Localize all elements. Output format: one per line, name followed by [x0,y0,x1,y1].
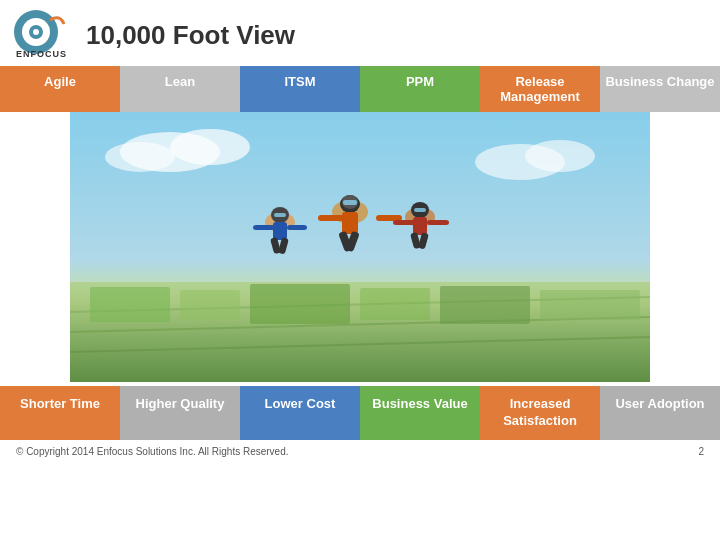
svg-rect-13 [250,284,350,324]
svg-rect-35 [253,225,275,230]
tab-business-change[interactable]: Business Change [600,66,720,112]
svg-rect-44 [427,220,449,225]
metric-user-adoption: User Adoption [600,386,720,440]
logo-svg: ENFOCUS SOLUTIONS [12,10,72,60]
svg-rect-42 [413,217,427,235]
svg-rect-27 [318,215,344,221]
tab-ppm[interactable]: PPM [360,66,480,112]
hero-image [70,112,650,382]
page-number: 2 [698,446,704,457]
svg-rect-12 [180,290,240,320]
svg-rect-43 [393,220,415,225]
metric-business-value: Business Value [360,386,480,440]
copyright-text: © Copyright 2014 Enfocus Solutions Inc. … [16,446,289,457]
metric-lower-cost: Lower Cost [240,386,360,440]
footer: © Copyright 2014 Enfocus Solutions Inc. … [0,440,720,463]
tab-release-management[interactable]: Release Management [480,66,600,112]
nav-tabs: Agile Lean ITSM PPM Release Management B… [0,66,720,112]
tab-agile[interactable]: Agile [0,66,120,112]
svg-text:ENFOCUS: ENFOCUS [16,49,67,59]
page-title: 10,000 Foot View [86,20,295,51]
header: ENFOCUS SOLUTIONS 10,000 Foot View [0,0,720,66]
tab-itsm[interactable]: ITSM [240,66,360,112]
tab-lean[interactable]: Lean [120,66,240,112]
svg-point-19 [105,142,175,172]
metric-higher-quality: Higher Quality [120,386,240,440]
svg-point-3 [33,29,39,35]
svg-rect-41 [414,208,426,212]
svg-rect-25 [343,200,357,205]
svg-point-21 [525,140,595,172]
svg-rect-11 [90,287,170,322]
svg-rect-14 [360,288,430,320]
svg-rect-34 [273,222,287,240]
svg-rect-15 [440,286,530,324]
svg-rect-26 [342,212,358,234]
svg-rect-16 [540,290,640,320]
logo: ENFOCUS SOLUTIONS [12,10,72,60]
svg-rect-33 [274,213,286,217]
svg-rect-36 [287,225,307,230]
metric-shorter-time: Shorter Time [0,386,120,440]
metrics-row: Shorter Time Higher Quality Lower Cost B… [0,386,720,440]
skydiving-illustration [70,112,650,382]
metric-increased-satisfaction: Increased Satisfaction [480,386,600,440]
svg-point-18 [170,129,250,165]
